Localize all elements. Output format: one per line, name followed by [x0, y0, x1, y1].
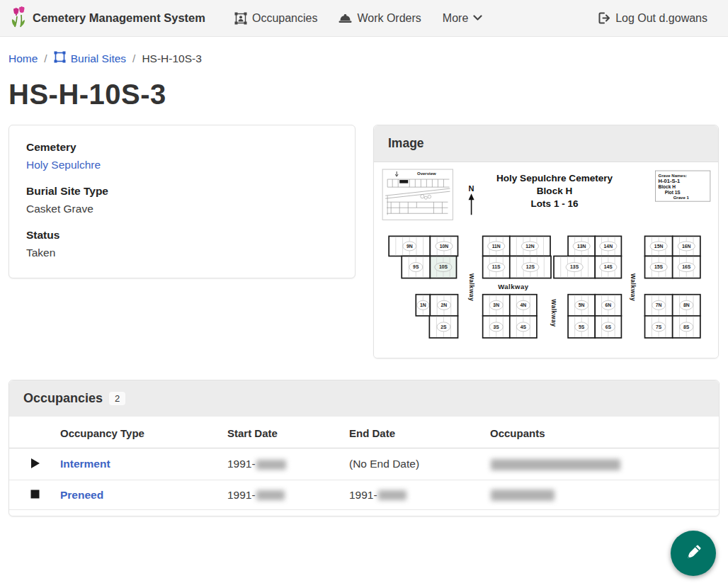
redacted-value [378, 490, 406, 500]
plot-cell-label: 4S [521, 324, 527, 329]
nav-occupancies-label: Occupancies [252, 12, 318, 25]
image-panel: Image Overview [373, 125, 719, 358]
col-header-expand [9, 417, 53, 448]
status-value: Taken [26, 247, 338, 259]
start-date-cell: 1991- [220, 448, 342, 480]
walkway-label: Walkway [550, 299, 557, 327]
plot-cell-label: 16S [682, 264, 691, 269]
cemetery-link[interactable]: Holy Sepulchre [26, 159, 101, 171]
grave-names-box: Grave Names: H-01-S-1 Block H Plot 1S Gr… [656, 171, 710, 201]
logout-label: Log Out d.gowans [615, 12, 707, 25]
start-date-cell: 1991- [220, 480, 342, 510]
plot-cell-label: 16N [682, 244, 691, 249]
plot-cell-label: 12N [525, 244, 535, 249]
plot-cell-label: 8S [683, 324, 690, 329]
plot-cell-label: 11N [492, 244, 501, 249]
nav-work-orders-label: Work Orders [357, 12, 421, 25]
plot-cell-label: 5N [579, 303, 585, 307]
occupancy-frame-icon [234, 12, 247, 25]
hardhat-icon [339, 13, 352, 24]
expand-row-button[interactable] [29, 456, 42, 470]
logout-icon [598, 12, 610, 24]
svg-text:H-01-S-1: H-01-S-1 [659, 178, 681, 184]
plot-cell-label: 6S [605, 324, 612, 329]
plot-cell-label: 7S [656, 324, 662, 329]
walkway-label: Walkway [468, 273, 475, 301]
walkway-label: Walkway [498, 283, 529, 290]
col-header-occupants: Occupants [483, 417, 719, 448]
svg-text:Plot 1S: Plot 1S [665, 190, 681, 195]
end-date-cell: 1991- [342, 480, 483, 510]
burial-site-details-card: Cemetery Holy Sepulchre Burial Site Type… [8, 125, 356, 278]
plot-cell-label: 2S [440, 324, 447, 329]
table-header-row: Occupancy Type Start Date End Date Occup… [9, 417, 719, 448]
occupancies-count-badge: 2 [109, 392, 125, 405]
plot-cell-label: 7N [656, 303, 662, 307]
redacted-value [491, 459, 620, 470]
breadcrumb-burial-sites-link[interactable]: Burial Sites [54, 51, 126, 66]
svg-text:N: N [469, 184, 474, 193]
occupancy-type-link[interactable]: Preneed [60, 489, 103, 501]
occupancies-table: Occupancy Type Start Date End Date Occup… [9, 417, 719, 510]
cemetery-label: Cemetery [26, 141, 338, 154]
plot-cell-label: 12S [526, 264, 535, 269]
col-header-end-date: End Date [342, 417, 483, 448]
occupancy-row-interment: Interment 1991- (No End Date) [9, 448, 719, 480]
page-title: HS-H-10S-3 [0, 73, 728, 125]
collapse-row-button[interactable] [29, 488, 41, 500]
plot-cell-label: 8N [683, 303, 690, 307]
burial-sites-icon [54, 51, 66, 66]
svg-text:Lots 1 - 16: Lots 1 - 16 [531, 198, 579, 209]
plot-cell-label: 1N [420, 303, 426, 307]
svg-text:Overview: Overview [417, 171, 436, 176]
stop-square-icon [30, 490, 40, 501]
svg-text:Grave Names:: Grave Names: [659, 174, 687, 178]
plot-cell-label: 5S [579, 324, 585, 329]
chevron-down-icon [473, 15, 482, 21]
plot-blocks: 9N10N9S10S11N12N11S12S13N14N13S14S15N16N… [389, 236, 700, 338]
occupancies-header: Occupancies 2 [9, 380, 719, 417]
svg-text:Grave 1: Grave 1 [673, 196, 690, 200]
breadcrumb: Home / Burial Sites / HS-H-10S-3 [0, 37, 728, 73]
nav-more-label: More [443, 12, 468, 25]
pencil-icon [683, 543, 703, 565]
overview-inset-map: Overview [382, 169, 453, 220]
occupancy-row-preneed: Preneed 1991- 1991- [9, 480, 719, 510]
image-panel-title: Image [388, 136, 424, 150]
nav-more-dropdown[interactable]: More [432, 0, 493, 37]
breadcrumb-home-link[interactable]: Home [8, 52, 38, 65]
plot-cell-label: 3N [493, 303, 499, 307]
redacted-value [256, 490, 285, 500]
plot-cell-label: 9S [413, 264, 419, 269]
plot-cell-label: 14N [604, 244, 613, 249]
image-panel-header: Image [374, 125, 718, 162]
occupancy-type-link[interactable]: Interment [60, 458, 110, 470]
app-title: Cemetery Management System [33, 11, 205, 25]
panel-bottom-padding [9, 510, 719, 516]
plot-cell-label: 13N [577, 244, 586, 249]
nav-occupancies[interactable]: Occupancies [224, 0, 329, 37]
nav-work-orders[interactable]: Work Orders [328, 0, 431, 37]
svg-text:Block H: Block H [659, 184, 676, 189]
field-status: Status Taken [26, 229, 338, 259]
play-icon [30, 460, 40, 471]
svg-text:Block H: Block H [537, 186, 572, 196]
redacted-value [256, 460, 286, 470]
breadcrumb-current: HS-H-10S-3 [142, 52, 201, 65]
redacted-value [491, 490, 554, 501]
north-arrow: N [469, 184, 474, 215]
logout-button[interactable]: Log Out d.gowans [587, 0, 718, 37]
field-cemetery: Cemetery Holy Sepulchre [26, 141, 338, 171]
plot-cell-label: 13S [570, 264, 579, 269]
map-title: Holy Sepulchre Cemetery Block H Lots 1 -… [496, 173, 613, 209]
plot-cell-label: 10S [439, 264, 448, 269]
app-brand[interactable]: Cemetery Management System [10, 6, 205, 30]
content-row: Cemetery Holy Sepulchre Burial Site Type… [0, 125, 728, 358]
burial-site-type-label: Burial Site Type [26, 185, 338, 198]
field-burial-site-type: Burial Site Type Casket Grave [26, 185, 338, 215]
svg-text:Holy Sepulchre Cemetery: Holy Sepulchre Cemetery [496, 173, 613, 183]
col-header-occupancy-type: Occupancy Type [53, 417, 220, 448]
edit-fab-button[interactable] [671, 531, 716, 576]
breadcrumb-burial-sites-label: Burial Sites [71, 52, 126, 65]
plot-map-image: Overview [374, 162, 718, 358]
